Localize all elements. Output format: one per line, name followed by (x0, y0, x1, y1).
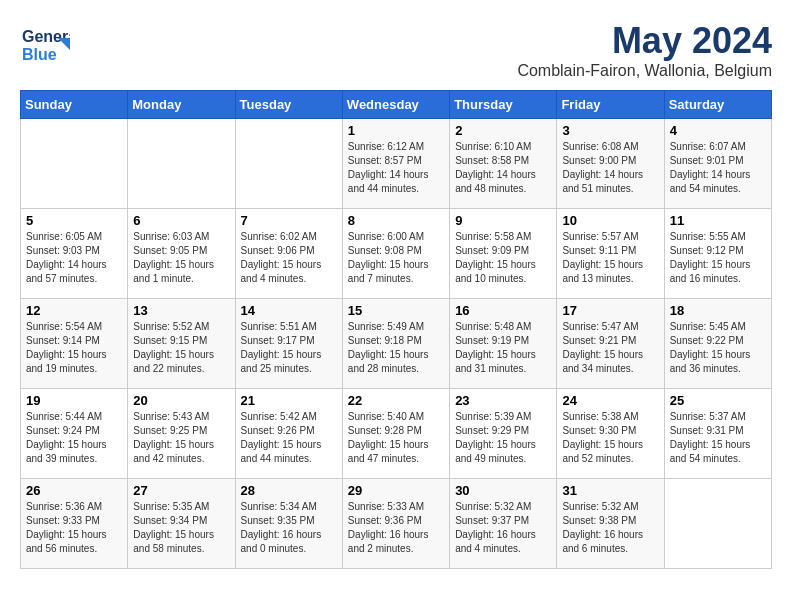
calendar-cell: 14Sunrise: 5:51 AM Sunset: 9:17 PM Dayli… (235, 299, 342, 389)
day-number: 21 (241, 393, 337, 408)
day-info: Sunrise: 5:42 AM Sunset: 9:26 PM Dayligh… (241, 410, 337, 466)
header-day-wednesday: Wednesday (342, 91, 449, 119)
day-info: Sunrise: 6:07 AM Sunset: 9:01 PM Dayligh… (670, 140, 766, 196)
day-info: Sunrise: 5:55 AM Sunset: 9:12 PM Dayligh… (670, 230, 766, 286)
day-number: 18 (670, 303, 766, 318)
header-day-tuesday: Tuesday (235, 91, 342, 119)
logo: General Blue (20, 20, 70, 70)
day-info: Sunrise: 5:43 AM Sunset: 9:25 PM Dayligh… (133, 410, 229, 466)
day-number: 3 (562, 123, 658, 138)
day-number: 4 (670, 123, 766, 138)
calendar-cell: 28Sunrise: 5:34 AM Sunset: 9:35 PM Dayli… (235, 479, 342, 569)
calendar-cell: 9Sunrise: 5:58 AM Sunset: 9:09 PM Daylig… (450, 209, 557, 299)
day-info: Sunrise: 5:35 AM Sunset: 9:34 PM Dayligh… (133, 500, 229, 556)
day-info: Sunrise: 6:03 AM Sunset: 9:05 PM Dayligh… (133, 230, 229, 286)
day-number: 27 (133, 483, 229, 498)
logo-icon: General Blue (20, 20, 70, 70)
calendar-cell: 7Sunrise: 6:02 AM Sunset: 9:06 PM Daylig… (235, 209, 342, 299)
calendar-cell: 11Sunrise: 5:55 AM Sunset: 9:12 PM Dayli… (664, 209, 771, 299)
calendar-cell: 5Sunrise: 6:05 AM Sunset: 9:03 PM Daylig… (21, 209, 128, 299)
day-info: Sunrise: 5:47 AM Sunset: 9:21 PM Dayligh… (562, 320, 658, 376)
calendar-cell: 16Sunrise: 5:48 AM Sunset: 9:19 PM Dayli… (450, 299, 557, 389)
calendar-cell: 1Sunrise: 6:12 AM Sunset: 8:57 PM Daylig… (342, 119, 449, 209)
day-info: Sunrise: 5:39 AM Sunset: 9:29 PM Dayligh… (455, 410, 551, 466)
day-number: 11 (670, 213, 766, 228)
day-number: 12 (26, 303, 122, 318)
day-info: Sunrise: 5:32 AM Sunset: 9:37 PM Dayligh… (455, 500, 551, 556)
calendar-cell: 12Sunrise: 5:54 AM Sunset: 9:14 PM Dayli… (21, 299, 128, 389)
calendar-cell: 27Sunrise: 5:35 AM Sunset: 9:34 PM Dayli… (128, 479, 235, 569)
day-info: Sunrise: 5:45 AM Sunset: 9:22 PM Dayligh… (670, 320, 766, 376)
calendar-cell: 31Sunrise: 5:32 AM Sunset: 9:38 PM Dayli… (557, 479, 664, 569)
calendar-cell (21, 119, 128, 209)
day-number: 19 (26, 393, 122, 408)
day-number: 7 (241, 213, 337, 228)
day-info: Sunrise: 5:48 AM Sunset: 9:19 PM Dayligh… (455, 320, 551, 376)
day-number: 29 (348, 483, 444, 498)
calendar-cell: 17Sunrise: 5:47 AM Sunset: 9:21 PM Dayli… (557, 299, 664, 389)
day-number: 2 (455, 123, 551, 138)
calendar-cell: 15Sunrise: 5:49 AM Sunset: 9:18 PM Dayli… (342, 299, 449, 389)
calendar-week-3: 12Sunrise: 5:54 AM Sunset: 9:14 PM Dayli… (21, 299, 772, 389)
calendar-cell: 23Sunrise: 5:39 AM Sunset: 9:29 PM Dayli… (450, 389, 557, 479)
month-title: May 2024 (517, 20, 772, 62)
header-day-monday: Monday (128, 91, 235, 119)
calendar-cell: 19Sunrise: 5:44 AM Sunset: 9:24 PM Dayli… (21, 389, 128, 479)
day-number: 13 (133, 303, 229, 318)
day-info: Sunrise: 5:36 AM Sunset: 9:33 PM Dayligh… (26, 500, 122, 556)
day-info: Sunrise: 6:10 AM Sunset: 8:58 PM Dayligh… (455, 140, 551, 196)
calendar-header: SundayMondayTuesdayWednesdayThursdayFrid… (21, 91, 772, 119)
day-number: 22 (348, 393, 444, 408)
calendar-cell: 6Sunrise: 6:03 AM Sunset: 9:05 PM Daylig… (128, 209, 235, 299)
day-number: 30 (455, 483, 551, 498)
day-info: Sunrise: 5:32 AM Sunset: 9:38 PM Dayligh… (562, 500, 658, 556)
page-header: General Blue May 2024 Comblain-Fairon, W… (20, 20, 772, 80)
calendar-cell: 30Sunrise: 5:32 AM Sunset: 9:37 PM Dayli… (450, 479, 557, 569)
day-info: Sunrise: 5:57 AM Sunset: 9:11 PM Dayligh… (562, 230, 658, 286)
location-title: Comblain-Fairon, Wallonia, Belgium (517, 62, 772, 80)
calendar-cell: 29Sunrise: 5:33 AM Sunset: 9:36 PM Dayli… (342, 479, 449, 569)
title-block: May 2024 Comblain-Fairon, Wallonia, Belg… (517, 20, 772, 80)
day-info: Sunrise: 5:38 AM Sunset: 9:30 PM Dayligh… (562, 410, 658, 466)
day-number: 26 (26, 483, 122, 498)
day-info: Sunrise: 6:08 AM Sunset: 9:00 PM Dayligh… (562, 140, 658, 196)
day-info: Sunrise: 6:12 AM Sunset: 8:57 PM Dayligh… (348, 140, 444, 196)
day-info: Sunrise: 6:05 AM Sunset: 9:03 PM Dayligh… (26, 230, 122, 286)
calendar-week-4: 19Sunrise: 5:44 AM Sunset: 9:24 PM Dayli… (21, 389, 772, 479)
day-info: Sunrise: 6:00 AM Sunset: 9:08 PM Dayligh… (348, 230, 444, 286)
calendar-week-1: 1Sunrise: 6:12 AM Sunset: 8:57 PM Daylig… (21, 119, 772, 209)
calendar-cell: 20Sunrise: 5:43 AM Sunset: 9:25 PM Dayli… (128, 389, 235, 479)
day-info: Sunrise: 5:54 AM Sunset: 9:14 PM Dayligh… (26, 320, 122, 376)
calendar-cell (235, 119, 342, 209)
calendar-cell: 21Sunrise: 5:42 AM Sunset: 9:26 PM Dayli… (235, 389, 342, 479)
day-number: 25 (670, 393, 766, 408)
day-info: Sunrise: 5:51 AM Sunset: 9:17 PM Dayligh… (241, 320, 337, 376)
calendar-cell: 24Sunrise: 5:38 AM Sunset: 9:30 PM Dayli… (557, 389, 664, 479)
calendar-week-2: 5Sunrise: 6:05 AM Sunset: 9:03 PM Daylig… (21, 209, 772, 299)
day-number: 15 (348, 303, 444, 318)
day-number: 14 (241, 303, 337, 318)
day-number: 9 (455, 213, 551, 228)
day-info: Sunrise: 5:58 AM Sunset: 9:09 PM Dayligh… (455, 230, 551, 286)
day-info: Sunrise: 5:49 AM Sunset: 9:18 PM Dayligh… (348, 320, 444, 376)
header-day-thursday: Thursday (450, 91, 557, 119)
day-number: 5 (26, 213, 122, 228)
header-day-saturday: Saturday (664, 91, 771, 119)
day-info: Sunrise: 5:44 AM Sunset: 9:24 PM Dayligh… (26, 410, 122, 466)
calendar-cell: 8Sunrise: 6:00 AM Sunset: 9:08 PM Daylig… (342, 209, 449, 299)
calendar-cell (664, 479, 771, 569)
day-info: Sunrise: 5:33 AM Sunset: 9:36 PM Dayligh… (348, 500, 444, 556)
day-number: 17 (562, 303, 658, 318)
day-number: 10 (562, 213, 658, 228)
calendar-cell: 13Sunrise: 5:52 AM Sunset: 9:15 PM Dayli… (128, 299, 235, 389)
calendar-body: 1Sunrise: 6:12 AM Sunset: 8:57 PM Daylig… (21, 119, 772, 569)
svg-text:Blue: Blue (22, 46, 57, 63)
calendar-cell: 25Sunrise: 5:37 AM Sunset: 9:31 PM Dayli… (664, 389, 771, 479)
day-info: Sunrise: 5:40 AM Sunset: 9:28 PM Dayligh… (348, 410, 444, 466)
calendar-week-5: 26Sunrise: 5:36 AM Sunset: 9:33 PM Dayli… (21, 479, 772, 569)
day-number: 6 (133, 213, 229, 228)
day-number: 23 (455, 393, 551, 408)
day-info: Sunrise: 5:34 AM Sunset: 9:35 PM Dayligh… (241, 500, 337, 556)
day-number: 1 (348, 123, 444, 138)
calendar-cell: 4Sunrise: 6:07 AM Sunset: 9:01 PM Daylig… (664, 119, 771, 209)
